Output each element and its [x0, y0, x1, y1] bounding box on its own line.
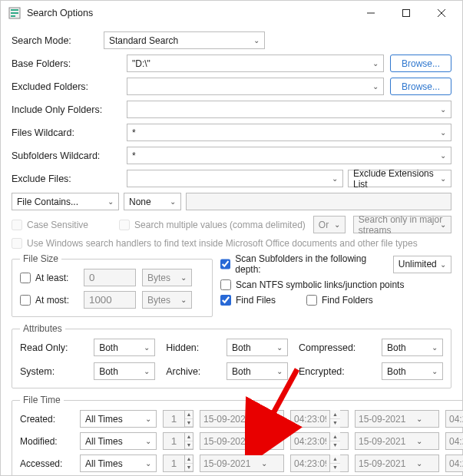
at-least-input[interactable]: [84, 269, 136, 286]
or-and-select[interactable]: Or⌄: [313, 216, 346, 233]
chevron-down-icon: ⌄: [334, 220, 340, 229]
subfolders-wildcard-input[interactable]: *⌄: [127, 147, 451, 164]
chevron-down-icon: ⌄: [440, 260, 446, 269]
file-size-group: File Size At least: Bytes⌄ At most: Byte…: [12, 253, 213, 317]
exclude-files-input[interactable]: ⌄: [127, 170, 343, 187]
system-label: System:: [20, 366, 83, 377]
modified-count-spin[interactable]: ▲▼: [163, 432, 193, 450]
read-only-label: Read Only:: [20, 342, 83, 353]
app-icon: [8, 7, 21, 19]
browse-base-button[interactable]: Browse...: [390, 55, 451, 72]
contains-text-input[interactable]: [186, 193, 451, 210]
chevron-down-icon: ⌄: [440, 105, 446, 114]
svg-rect-5: [403, 10, 410, 17]
svg-rect-2: [11, 12, 18, 14]
case-sensitive-checkbox[interactable]: Case Sensitive: [12, 220, 88, 230]
close-button[interactable]: [424, 1, 459, 25]
modified-date-from[interactable]: ⌄: [200, 432, 284, 450]
excluded-folders-input[interactable]: ⌄: [127, 78, 384, 95]
file-time-group: File Time Created: All Times⌄ ▲▼ ⌄ ▲▼ ⌄ …: [12, 395, 463, 476]
created-range-select[interactable]: All Times⌄: [80, 410, 157, 428]
hidden-label: Hidden:: [166, 342, 216, 353]
chevron-down-icon: ⌄: [412, 459, 426, 468]
chevron-down-icon: ⌄: [276, 367, 283, 375]
chevron-down-icon: ⌄: [372, 59, 379, 68]
search-mode-select[interactable]: Standard Search⌄: [104, 31, 265, 49]
major-streams-select[interactable]: Search only in major streams⌄: [353, 216, 451, 233]
at-least-checkbox[interactable]: At least:: [20, 273, 78, 283]
accessed-time-to[interactable]: ▲▼: [445, 455, 463, 472]
base-folders-label: Base Folders:: [12, 58, 127, 69]
read-only-select[interactable]: Both⌄: [94, 339, 155, 356]
chevron-down-icon: ⌄: [145, 415, 151, 423]
svg-rect-1: [11, 9, 18, 11]
archive-select[interactable]: Both⌄: [227, 362, 288, 380]
at-least-unit-select[interactable]: Bytes⌄: [142, 269, 192, 286]
accessed-time-from[interactable]: ▲▼: [290, 455, 349, 472]
files-wildcard-label: Files Wildcard:: [12, 127, 127, 138]
created-date-from[interactable]: ⌄: [200, 410, 284, 428]
attributes-group: Attributes Read Only: Both⌄ Hidden: Both…: [12, 323, 451, 388]
files-wildcard-input[interactable]: *⌄: [127, 124, 451, 141]
base-folders-input[interactable]: "D:\"⌄: [127, 55, 384, 72]
chevron-down-icon: ⌄: [372, 82, 379, 91]
accessed-range-select[interactable]: All Times⌄: [80, 455, 157, 472]
compressed-label: Compressed:: [299, 342, 371, 353]
chevron-down-icon: ⌄: [257, 437, 271, 445]
include-only-input[interactable]: ⌄: [127, 101, 451, 118]
chevron-down-icon: ⌄: [170, 197, 176, 206]
file-contains-select[interactable]: File Contains...⌄: [12, 193, 119, 210]
contains-mode-select[interactable]: None⌄: [124, 193, 181, 210]
scan-ntfs-checkbox[interactable]: Scan NTFS symbolic links/junction points: [220, 279, 451, 290]
scan-subfolders-checkbox[interactable]: Scan Subfolders in the following depth:: [220, 253, 387, 275]
modified-time-to[interactable]: ▲▼: [445, 432, 463, 450]
chevron-down-icon: ⌄: [440, 220, 446, 229]
excluded-folders-label: Excluded Folders:: [12, 81, 127, 92]
modified-date-to[interactable]: ⌄: [355, 432, 439, 450]
chevron-down-icon: ⌄: [144, 343, 150, 352]
chevron-down-icon: ⌄: [257, 459, 271, 468]
at-most-input[interactable]: [84, 291, 136, 309]
chevron-down-icon: ⌄: [412, 415, 426, 423]
accessed-count-spin[interactable]: ▲▼: [163, 455, 193, 472]
minimize-button[interactable]: [353, 1, 389, 25]
chevron-down-icon: ⌄: [180, 296, 187, 304]
depth-select[interactable]: Unlimited⌄: [393, 256, 451, 273]
created-label: Created:: [20, 414, 74, 425]
chevron-down-icon: ⌄: [180, 273, 187, 282]
search-mode-label: Search Mode:: [12, 35, 104, 46]
browse-excluded-button[interactable]: Browse...: [390, 78, 451, 95]
hidden-select[interactable]: Both⌄: [227, 339, 288, 356]
chevron-down-icon: ⌄: [145, 459, 151, 468]
created-count-spin[interactable]: ▲▼: [163, 410, 193, 428]
modified-label: Modified:: [20, 436, 74, 447]
at-most-checkbox[interactable]: At most:: [20, 295, 78, 306]
accessed-date-to[interactable]: ⌄: [355, 455, 439, 472]
modified-range-select[interactable]: All Times⌄: [80, 432, 157, 450]
compressed-select[interactable]: Both⌄: [382, 339, 443, 356]
office-handlers-checkbox[interactable]: Use Windows search handlers to find text…: [12, 238, 418, 249]
exclude-files-label: Exclude Files:: [12, 174, 127, 184]
encrypted-label: Encrypted:: [299, 366, 371, 377]
chevron-down-icon: ⌄: [440, 174, 446, 183]
include-only-label: Include Only Folders:: [12, 104, 127, 115]
encrypted-select[interactable]: Both⌄: [382, 362, 443, 380]
file-time-legend: File Time: [20, 395, 64, 405]
multi-values-checkbox[interactable]: Search multiple values (comma delimited): [119, 220, 306, 230]
created-time-to[interactable]: ▲▼: [445, 410, 463, 428]
attributes-legend: Attributes: [20, 323, 65, 334]
created-time-from[interactable]: ▲▼: [290, 410, 349, 428]
system-select[interactable]: Both⌄: [94, 362, 155, 380]
exclude-extensions-select[interactable]: Exclude Extensions List⌄: [348, 170, 451, 187]
at-most-unit-select[interactable]: Bytes⌄: [142, 291, 192, 309]
accessed-date-from[interactable]: ⌄: [200, 455, 284, 472]
find-folders-checkbox[interactable]: Find Folders: [306, 295, 373, 306]
chevron-down-icon: ⌄: [332, 174, 338, 183]
maximize-button[interactable]: [389, 1, 424, 25]
window-title: Search Options: [27, 8, 353, 18]
find-files-checkbox[interactable]: Find Files: [220, 295, 276, 306]
chevron-down-icon: ⌄: [257, 415, 271, 423]
modified-time-from[interactable]: ▲▼: [290, 432, 349, 450]
created-date-to[interactable]: ⌄: [355, 410, 439, 428]
chevron-down-icon: ⌄: [412, 437, 426, 445]
